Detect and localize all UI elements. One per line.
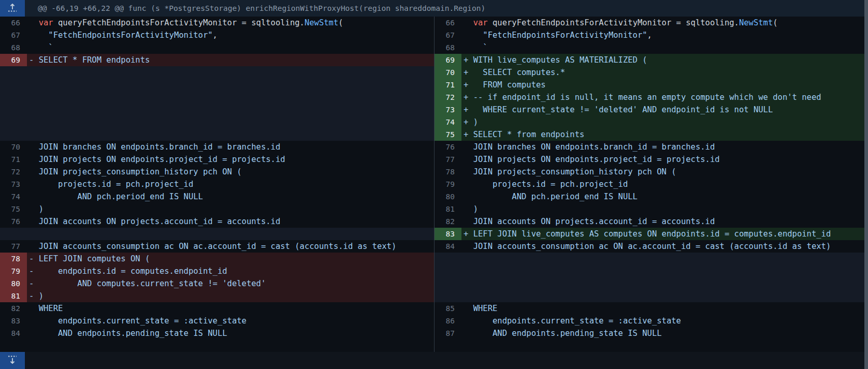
line-number[interactable]: 67 <box>435 29 461 41</box>
diff-row: 77 JOIN accounts_consumption ac ON ac.ac… <box>0 240 434 253</box>
diff-row: 76 JOIN accounts ON projects.account_id … <box>0 215 434 228</box>
line-number[interactable]: 66 <box>435 17 461 29</box>
line-number[interactable]: 77 <box>0 240 27 253</box>
line-number[interactable]: 85 <box>435 302 461 315</box>
line-number[interactable]: 80 <box>0 277 27 290</box>
line-number[interactable]: 83 <box>0 315 27 327</box>
code-line: JOIN projects ON endpoints.project_id = … <box>461 153 868 166</box>
code-line: JOIN projects_consumption_history pch ON… <box>27 166 434 178</box>
line-number[interactable]: 82 <box>0 302 27 315</box>
code-line: var queryFetchEndpointsForActivityMonito… <box>461 17 868 29</box>
code-line: + SELECT * from endpoints <box>461 128 868 141</box>
line-number[interactable]: 71 <box>0 153 27 166</box>
diff-row: 82 JOIN accounts ON projects.account_id … <box>435 215 868 228</box>
code-line: ` <box>461 41 868 54</box>
expand-down-icon <box>7 355 18 366</box>
diff-row: 85 WHERE <box>435 302 868 315</box>
line-number[interactable]: 77 <box>435 153 461 166</box>
line-number[interactable]: 66 <box>0 17 27 29</box>
line-number[interactable]: 76 <box>0 215 27 228</box>
line-number[interactable]: 81 <box>435 203 461 215</box>
line-number[interactable]: 69 <box>0 54 27 66</box>
diff-row: 67 "FetchEndpointsForActivityMonitor", <box>435 29 868 41</box>
line-number[interactable]: 67 <box>0 29 27 41</box>
line-number[interactable]: 72 <box>435 91 461 104</box>
diff-row: 72+ -- if endpoint_id is null, it means … <box>435 91 868 104</box>
line-number[interactable]: 78 <box>435 166 461 178</box>
diff-row: 75+ SELECT * from endpoints <box>435 128 868 141</box>
diff-row: 69+ WITH live_computes AS MATERIALIZED ( <box>435 54 868 66</box>
line-number[interactable]: 81 <box>0 290 27 302</box>
diff-row: 74+ ) <box>435 116 868 128</box>
vertical-scrollbar[interactable] <box>864 0 868 369</box>
line-number[interactable]: 79 <box>0 265 27 277</box>
line-number[interactable]: 76 <box>435 141 461 153</box>
line-number[interactable]: 74 <box>435 116 461 128</box>
diff-row: 66 var queryFetchEndpointsForActivityMon… <box>0 17 434 29</box>
code-line: WHERE <box>27 302 434 315</box>
diff-row: 86 endpoints.current_state = :active_sta… <box>435 315 868 327</box>
line-number[interactable]: 73 <box>0 178 27 190</box>
line-number[interactable]: 68 <box>435 41 461 54</box>
diff-row: 67 "FetchEndpointsForActivityMonitor", <box>0 29 434 41</box>
code-line: AND endpoints.pending_state IS NULL <box>461 327 868 340</box>
code-line: + FROM computes <box>461 79 868 91</box>
code-line: - AND computes.current_state != 'deleted… <box>27 277 434 290</box>
code-line: - ) <box>27 290 434 302</box>
code-line: AND pch.period_end IS NULL <box>27 190 434 203</box>
line-number[interactable]: 72 <box>0 166 27 178</box>
line-number[interactable]: 68 <box>0 41 27 54</box>
diff-panel-old: 66 var queryFetchEndpointsForActivityMon… <box>0 17 434 352</box>
line-number[interactable]: 80 <box>435 190 461 203</box>
line-number[interactable]: 75 <box>435 128 461 141</box>
diff-viewer: @@ -66,19 +66,22 @@ func (s *PostgresSto… <box>0 0 868 369</box>
code-line: AND pch.period_end IS NULL <box>461 190 868 203</box>
line-number[interactable]: 71 <box>435 79 461 91</box>
expand-up-button[interactable] <box>0 0 25 17</box>
code-line: JOIN projects_consumption_history pch ON… <box>461 166 868 178</box>
code-line: + LEFT JOIN live_computes AS computes ON… <box>461 228 868 240</box>
line-number[interactable]: 84 <box>0 327 27 340</box>
diff-row: 81- ) <box>0 290 434 302</box>
code-line: - endpoints.id = computes.endpoint_id <box>27 265 434 277</box>
expand-down-button[interactable] <box>0 352 25 369</box>
line-number[interactable]: 78 <box>0 253 27 265</box>
expand-up-icon <box>7 3 18 14</box>
line-number[interactable]: 79 <box>435 178 461 190</box>
code-line: - SELECT * FROM endpoints <box>27 54 434 66</box>
line-number[interactable]: 87 <box>435 327 461 340</box>
code-line: JOIN accounts_consumption ac ON ac.accou… <box>461 240 868 253</box>
line-number[interactable]: 75 <box>0 203 27 215</box>
diff-row: 84 JOIN accounts_consumption ac ON ac.ac… <box>435 240 868 253</box>
diff-row: 82 WHERE <box>0 302 434 315</box>
filler-row <box>435 253 868 302</box>
line-number[interactable]: 73 <box>435 104 461 116</box>
hunk-footer-bar <box>0 352 868 369</box>
line-number[interactable]: 74 <box>0 190 27 203</box>
code-line: JOIN accounts_consumption ac ON ac.accou… <box>27 240 434 253</box>
code-line: + -- if endpoint_id is null, it means an… <box>461 91 868 104</box>
line-number[interactable]: 86 <box>435 315 461 327</box>
code-line: + WHERE current_state != 'deleted' AND e… <box>461 104 868 116</box>
diff-row: 84 AND endpoints.pending_state IS NULL <box>0 327 434 340</box>
code-line: JOIN accounts ON projects.account_id = a… <box>27 215 434 228</box>
code-line: JOIN projects ON endpoints.project_id = … <box>27 153 434 166</box>
code-line: ) <box>27 203 434 215</box>
line-number[interactable]: 69 <box>435 54 461 66</box>
code-line: endpoints.current_state = :active_state <box>27 315 434 327</box>
line-number[interactable]: 82 <box>435 215 461 228</box>
code-line: + WITH live_computes AS MATERIALIZED ( <box>461 54 868 66</box>
line-number[interactable]: 84 <box>435 240 461 253</box>
diff-row: 80- AND computes.current_state != 'delet… <box>0 277 434 290</box>
code-line: JOIN accounts ON projects.account_id = a… <box>461 215 868 228</box>
diff-row: 70 JOIN branches ON endpoints.branch_id … <box>0 141 434 153</box>
diff-row: 79 projects.id = pch.project_id <box>435 178 868 190</box>
line-number[interactable]: 83 <box>435 228 461 240</box>
diff-row: 76 JOIN branches ON endpoints.branch_id … <box>435 141 868 153</box>
diff-row: 83 endpoints.current_state = :active_sta… <box>0 315 434 327</box>
code-line: + SELECT computes.* <box>461 66 868 79</box>
line-number[interactable]: 70 <box>435 66 461 79</box>
diff-row: 75 ) <box>0 203 434 215</box>
line-number[interactable]: 70 <box>0 141 27 153</box>
diff-panel-new: 66 var queryFetchEndpointsForActivityMon… <box>435 17 868 352</box>
